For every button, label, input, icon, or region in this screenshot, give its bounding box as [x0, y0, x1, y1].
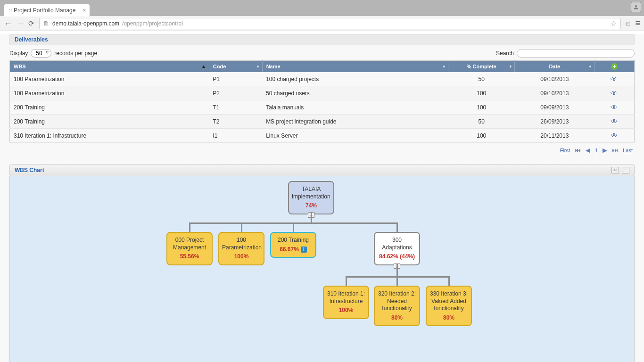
browser-tab[interactable]: :: Project Portfolio Manage × [4, 4, 90, 16]
search-label: Search [496, 50, 514, 57]
page-icon: 🗎 [43, 20, 50, 27]
extension-icon[interactable]: ◴ [626, 20, 630, 27]
wbs-node-root[interactable]: TALAIA implementation 74% − [288, 181, 334, 214]
address-bar[interactable]: 🗎 demo.talaia-openppm.com/openppm/projec… [39, 18, 621, 29]
node-pct: 66.67%i [274, 246, 313, 254]
node-label: 300 Adaptations [378, 237, 416, 251]
cell-pct: 50 [448, 115, 515, 129]
cell-pct: 50 [448, 72, 515, 86]
cell-date: 26/09/2013 [515, 115, 594, 129]
bookmark-icon[interactable]: ☆ [611, 19, 617, 28]
col-header-wbs[interactable]: WBS▲ [10, 61, 209, 73]
node-label: 330 Iteration 3: Valued Added functional… [429, 290, 468, 313]
table-row: 200 TrainingT1Talaia manuals10009/09/201… [10, 100, 635, 115]
connector [448, 276, 450, 286]
connector [293, 222, 294, 232]
node-label: 310 Iteration 1: Infrastructure [327, 290, 365, 305]
node-pct: 100% [222, 253, 261, 261]
connector [346, 276, 347, 286]
page-prev-icon[interactable]: ◀ [586, 147, 590, 154]
cell-wbs: 100 Parametrization [10, 86, 209, 100]
connector [396, 276, 398, 286]
cell-name: Linux Server [262, 129, 448, 143]
cell-pct: 100 [448, 129, 515, 143]
cell-pct: 100 [448, 100, 515, 115]
add-icon[interactable]: + [611, 63, 618, 70]
page-next-icon[interactable]: ▶ [603, 147, 607, 154]
connector [396, 222, 398, 232]
wbs-panel-header: WBS Chart ↩ − [9, 164, 635, 176]
col-header-code[interactable]: Code♦ [209, 61, 262, 73]
page-last-arrow-icon[interactable]: ⏭ [612, 147, 618, 154]
forward-button[interactable]: → [16, 19, 25, 28]
wbs-node[interactable]: 300 Adaptations 84.62% (44%) − [374, 232, 420, 265]
node-pct: 74% [292, 202, 330, 210]
connector [311, 212, 312, 222]
back-button[interactable]: ← [4, 19, 12, 28]
node-label: 100 Parametrization [222, 237, 261, 251]
cell-pct: 100 [448, 86, 515, 100]
cell-code: T1 [209, 100, 262, 115]
page-first[interactable]: First [560, 148, 570, 153]
cell-name: 100 charged projects [262, 72, 448, 86]
cell-wbs: 200 Training [10, 115, 209, 129]
cell-name: 50 charged users [262, 86, 448, 100]
wbs-canvas: TALAIA implementation 74% − 000 Project … [9, 176, 635, 362]
export-icon[interactable]: ↩ [611, 167, 619, 173]
menu-icon[interactable]: ≡ [635, 18, 640, 28]
col-header-name[interactable]: Name♦ [262, 61, 448, 73]
wbs-node[interactable]: 000 Project Management 55.56% [166, 232, 213, 265]
connector [396, 264, 398, 276]
wbs-node[interactable]: 310 Iteration 1: Infrastructure 100% [323, 286, 369, 319]
page-number[interactable]: 1 [595, 148, 598, 153]
info-icon[interactable]: i [301, 247, 307, 253]
url-host: demo.talaia-openppm.com [52, 20, 119, 27]
search-input[interactable] [517, 49, 635, 58]
node-pct: 100% [327, 307, 365, 314]
page-size-select[interactable]: 50 [31, 49, 51, 58]
table-row: 200 TrainingT2MS project integration gui… [10, 115, 635, 129]
node-pct: 80% [429, 314, 468, 322]
cell-wbs: 200 Training [10, 100, 209, 115]
cell-code: P2 [209, 86, 262, 100]
cell-code: T2 [209, 115, 262, 129]
deliverables-table: WBS▲ Code♦ Name♦ % Complete♦ Date♦ + 100… [9, 60, 635, 143]
reload-button[interactable]: ⟳ [28, 19, 34, 28]
node-pct: 84.62% (44%) [378, 253, 416, 261]
table-row: 100 ParametrizationP1100 charged project… [10, 72, 635, 86]
cell-wbs: 100 Parametrization [10, 72, 209, 86]
section-title-deliverables: Deliverables [9, 34, 635, 45]
cell-name: Talaia manuals [262, 100, 448, 115]
col-header-date[interactable]: Date♦ [515, 61, 594, 73]
cell-code: I1 [209, 129, 262, 143]
wbs-node[interactable]: 200 Training 66.67%i [270, 232, 316, 258]
wbs-node[interactable]: 330 Iteration 3: Valued Added functional… [426, 286, 472, 326]
view-icon[interactable]: 👁 [611, 132, 618, 140]
wbs-node[interactable]: 320 Iteration 2: Needed functionality 80… [374, 286, 420, 326]
cell-date: 09/10/2013 [515, 72, 594, 86]
cell-actions: 👁 [594, 100, 635, 115]
view-icon[interactable]: 👁 [611, 117, 618, 125]
node-label: TALAIA implementation [292, 186, 330, 200]
wbs-panel-title: WBS Chart [15, 167, 44, 173]
cell-name: MS project integration guide [262, 115, 448, 129]
wbs-node[interactable]: 100 Parametrization 100% [218, 232, 264, 265]
tab-title: :: Project Portfolio Manage [9, 7, 75, 14]
url-path: /openppm/projectcontrol [122, 20, 183, 27]
display-label: Display [9, 50, 28, 57]
view-icon[interactable]: 👁 [611, 89, 618, 97]
page-last[interactable]: Last [623, 148, 633, 153]
profile-button[interactable] [631, 2, 641, 12]
view-icon[interactable]: 👁 [611, 103, 618, 111]
connector [241, 222, 242, 232]
close-icon[interactable]: × [83, 7, 86, 14]
page-first-arrow-icon[interactable]: ⏮ [575, 147, 581, 154]
collapse-panel-icon[interactable]: − [622, 167, 629, 173]
view-icon[interactable]: 👁 [611, 75, 618, 83]
col-header-actions: + [594, 61, 635, 73]
col-header-pct[interactable]: % Complete♦ [448, 61, 515, 73]
cell-wbs: 310 Iteration 1: Infrastructure [10, 129, 209, 143]
cell-date: 09/10/2013 [515, 86, 594, 100]
records-label: records per page [54, 50, 97, 57]
cell-actions: 👁 [594, 72, 635, 86]
